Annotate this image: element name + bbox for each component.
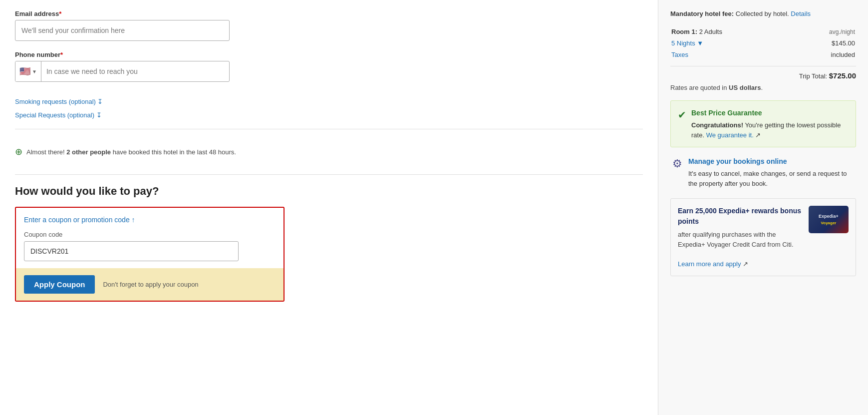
card-name: Voyager	[819, 221, 839, 225]
coupon-label: Coupon code	[24, 231, 276, 238]
phone-required: *	[60, 51, 63, 58]
manage-title[interactable]: Manage your bookings online	[688, 156, 854, 167]
rewards-link[interactable]: Learn more and apply	[678, 260, 741, 268]
email-input[interactable]	[15, 20, 230, 41]
divider-2	[15, 174, 643, 175]
trip-total-amount: $725.00	[829, 71, 856, 80]
details-link[interactable]: Details	[791, 10, 811, 17]
urgency-icon: ⊕	[15, 146, 22, 157]
gear-icon: ⚙	[672, 157, 682, 170]
right-column: Mandatory hotel fee: Collected by hotel.…	[658, 0, 868, 415]
coupon-footer: Apply Coupon Don't forget to apply your …	[16, 268, 284, 301]
price-table: Room 1: 2 Adults avg./night 5 Nights ▼ $…	[670, 25, 856, 61]
taxes-row: Taxes included	[671, 49, 855, 60]
smoking-link-wrapper: Smoking requests (optional) ↧	[15, 92, 643, 105]
urgency-bar: ⊕ Almost there! 2 other people have book…	[15, 139, 643, 164]
currency-note: Rates are quoted in US dollars.	[670, 84, 856, 91]
apply-coupon-button[interactable]: Apply Coupon	[24, 275, 95, 294]
coupon-reminder-text: Don't forget to apply your coupon	[103, 281, 198, 288]
avg-night-label: avg./night	[793, 26, 855, 37]
coupon-box: Enter a coupon or promotion code ↑ Coupo…	[15, 207, 285, 302]
coupon-toggle-link[interactable]: Enter a coupon or promotion code ↑	[24, 216, 135, 224]
chevron-down-icon: ▼	[32, 69, 37, 74]
phone-wrapper: 🇺🇸 ▼	[15, 61, 230, 82]
mandatory-fee-row: Mandatory hotel fee: Collected by hotel.…	[670, 10, 856, 17]
urgency-text: Almost there! 2 other people have booked…	[26, 148, 236, 156]
pay-title: How would you like to pay?	[15, 185, 643, 198]
trip-total-row: Trip Total: $725.00	[670, 71, 856, 80]
taxes-status: included	[793, 49, 855, 60]
checkmark-icon: ✔	[678, 109, 686, 121]
external-icon: ↗	[755, 131, 761, 139]
rewards-external-icon: ↗	[743, 260, 748, 268]
manage-box: ⚙ Manage your bookings online It's easy …	[670, 156, 856, 188]
special-link-wrapper: Special Requests (optional) ↧	[15, 105, 643, 119]
taxes-link[interactable]: Taxes	[671, 51, 688, 58]
guarantee-link[interactable]: We guarantee it.	[706, 131, 754, 139]
pay-section: How would you like to pay? Enter a coupo…	[15, 185, 643, 302]
email-required: *	[59, 10, 61, 17]
special-requests-link[interactable]: Special Requests (optional) ↧	[15, 111, 102, 119]
guarantee-box: ✔ Best Price Guarantee Congratulations! …	[670, 100, 856, 147]
nights-row: 5 Nights ▼ $145.00	[671, 38, 855, 48]
flag-dropdown[interactable]: 🇺🇸 ▼	[15, 61, 41, 81]
rewards-box: Earn 25,000 Expedia+ rewards bonus point…	[670, 198, 856, 276]
phone-input[interactable]	[41, 67, 229, 75]
nights-amount: $145.00	[793, 38, 855, 48]
rewards-text: Earn 25,000 Expedia+ rewards bonus point…	[678, 206, 802, 269]
room-row: Room 1: 2 Adults avg./night	[671, 26, 855, 37]
price-divider	[670, 66, 856, 66]
divider-1	[15, 129, 643, 129]
card-logo: Expedia+	[819, 214, 839, 219]
phone-label: Phone number*	[15, 51, 643, 58]
guarantee-text: Best Price Guarantee Congratulations! Yo…	[691, 108, 849, 140]
email-label: Email address*	[15, 10, 643, 17]
room-label: Room 1: 2 Adults	[671, 26, 792, 37]
credit-card-image: Expedia+ Voyager	[809, 206, 849, 233]
coupon-input[interactable]	[24, 241, 239, 261]
smoking-requests-link[interactable]: Smoking requests (optional) ↧	[15, 98, 103, 105]
us-flag-icon: 🇺🇸	[19, 66, 30, 77]
manage-text: Manage your bookings online It's easy to…	[688, 156, 854, 188]
nights-link[interactable]: 5 Nights ▼	[671, 39, 703, 47]
